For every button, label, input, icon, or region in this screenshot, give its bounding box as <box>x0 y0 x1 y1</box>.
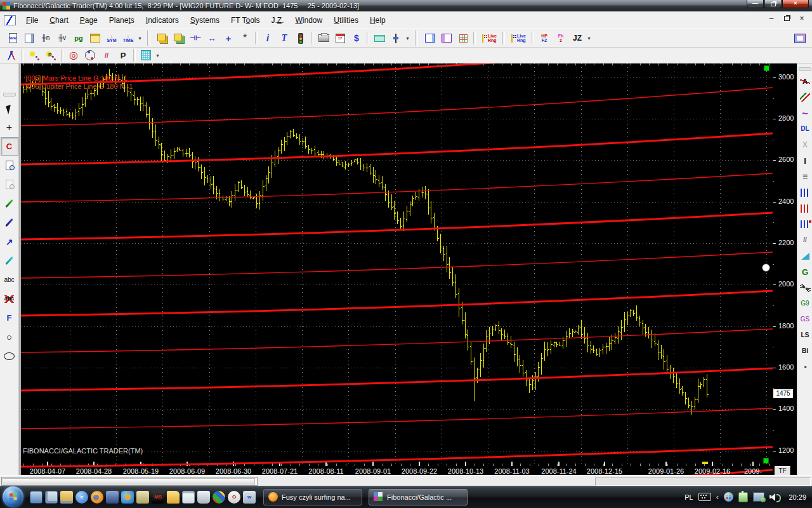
start-button[interactable] <box>3 486 23 507</box>
pg-button[interactable]: pg <box>70 30 87 46</box>
zoom-page-tool[interactable] <box>1 156 18 175</box>
quote-window-button[interactable] <box>87 30 103 46</box>
aspect-lines-button[interactable]: // <box>98 48 115 64</box>
quicklaunch-mail[interactable] <box>136 491 149 504</box>
fhz-button[interactable]: Fhz <box>553 30 569 46</box>
jz-dropdown[interactable]: ▾ <box>586 36 593 41</box>
close-button[interactable]: × <box>782 0 809 8</box>
quicklaunch-firefox[interactable] <box>91 491 103 504</box>
taskbar-button-firefox[interactable]: Fusy czyli surfing na... <box>263 489 362 505</box>
p-marker-button[interactable]: P <box>115 48 131 64</box>
menu-chart[interactable]: Chart <box>44 13 74 27</box>
mdi-restore-button[interactable] <box>783 14 790 23</box>
asterisk-button[interactable]: * <box>237 30 253 46</box>
scale-dropdown[interactable]: ▾ <box>404 36 411 41</box>
expand-scale-button[interactable]: ↔ <box>204 30 220 46</box>
quicklaunch-winamp[interactable]: w <box>243 491 256 504</box>
quicklaunch-internet-explorer[interactable]: e <box>75 491 88 504</box>
text-delete-tool[interactable]: abc <box>1 290 18 308</box>
quicklaunch-folder[interactable] <box>167 491 180 504</box>
fibonacci-tool[interactable]: F <box>1 309 18 327</box>
trendline-blue-tool[interactable] <box>1 213 18 232</box>
gs-tool[interactable]: GS <box>797 312 812 327</box>
time-button[interactable]: ↓TIME <box>120 30 136 46</box>
text-abc-tool[interactable]: abc <box>1 271 18 289</box>
quicklaunch-show-desktop[interactable] <box>30 491 43 504</box>
retrograde-button[interactable]: R. <box>43 48 59 64</box>
arrow-line-tool[interactable]: ↗ <box>1 232 18 251</box>
range-handle-bottom[interactable] <box>763 458 769 464</box>
i-channel-tool[interactable]: I <box>797 153 812 168</box>
compress-scale-button[interactable]: ⊣⊢ <box>187 30 204 46</box>
g9-tool[interactable]: G9 <box>797 296 812 311</box>
quicklaunch-notepad[interactable] <box>182 491 195 504</box>
open-page-button[interactable] <box>21 30 37 46</box>
ls-tool[interactable]: LS <box>797 328 812 343</box>
new-page-button[interactable]: NEW <box>4 30 21 46</box>
restore-button[interactable] <box>764 0 782 8</box>
text-note-button[interactable]: T <box>276 30 292 46</box>
chart-canvas[interactable] <box>21 64 773 475</box>
cascade-windows-button[interactable] <box>154 30 171 46</box>
vlines-blue-tool[interactable] <box>797 185 812 200</box>
quicklaunch-opera[interactable]: O <box>228 491 240 504</box>
volume-icon[interactable] <box>769 493 780 501</box>
crosshair-tool[interactable]: + <box>1 118 18 137</box>
page-dropdown[interactable]: ▾ <box>136 36 143 41</box>
menu-jz[interactable]: J.Z. <box>265 13 289 27</box>
mdi-minimize-button[interactable]: – <box>768 14 775 23</box>
planet-circle-button[interactable] <box>82 48 98 64</box>
menu-planets[interactable]: Planets <box>103 13 140 27</box>
grid-dots-button[interactable] <box>455 30 471 46</box>
horizontal-scrollbar[interactable] <box>1 477 258 486</box>
pitchfork-tool[interactable] <box>797 248 812 264</box>
trendline-green-tool[interactable] <box>1 194 18 213</box>
ruler-button[interactable] <box>371 30 388 46</box>
chart-area[interactable]: [005] Mars Price Line G 180 N -1[006] Ju… <box>21 64 773 475</box>
tile-windows-alt-button[interactable] <box>438 30 455 46</box>
histogram-tool[interactable] <box>797 217 812 232</box>
menu-utilities[interactable]: Utilities <box>328 13 364 27</box>
mdi-close-button[interactable]: × <box>798 14 806 23</box>
grid-pattern-button[interactable] <box>138 48 154 64</box>
taskbar-button-fibonacci[interactable]: Fibonacci/Galactic ... <box>369 489 468 505</box>
menu-indicators[interactable]: Indicators <box>140 13 185 27</box>
mini-chart-button[interactable] <box>792 30 808 46</box>
sun-planet-button[interactable] <box>26 48 43 64</box>
parallel-lines-tool[interactable]: // <box>797 232 812 248</box>
traffic-light-button[interactable] <box>292 30 309 46</box>
power-icon[interactable] <box>738 492 748 502</box>
quicklaunch-media-player[interactable] <box>121 491 134 504</box>
info-pointer-button[interactable]: i <box>259 30 276 46</box>
quicklaunch-graphics-app[interactable] <box>213 491 225 504</box>
dollar-button[interactable]: $ <box>348 30 365 46</box>
quicklaunch-explorer[interactable] <box>60 491 73 504</box>
pencil-cyan-tool[interactable] <box>1 251 18 270</box>
bi-tool[interactable]: Bi <box>797 344 812 359</box>
quicklaunch-window-switcher[interactable] <box>45 491 58 504</box>
draw-dropdown[interactable]: ▾ <box>154 53 161 58</box>
menu-page[interactable]: Page <box>74 13 103 27</box>
menu-systems[interactable]: Systems <box>185 13 225 27</box>
print-button[interactable] <box>315 30 332 46</box>
scrollbar-thumb[interactable] <box>3 478 255 485</box>
pens-tool[interactable] <box>797 90 812 105</box>
tray-clock[interactable]: 20:29 <box>785 493 806 501</box>
tool-strip-handle[interactable] <box>3 93 16 97</box>
live-range-red-button[interactable]: Live Rng <box>478 30 501 46</box>
menu-file[interactable]: File <box>20 13 44 27</box>
intraday-n-button[interactable]: ╫n <box>37 30 54 46</box>
menu-help[interactable]: Help <box>364 13 391 27</box>
timeframe-button[interactable]: TF <box>775 466 790 475</box>
pan-chart-button[interactable]: + <box>220 30 237 46</box>
jz-button[interactable]: JZ <box>569 30 586 46</box>
hp-fz-button[interactable]: HPFZ <box>536 30 553 46</box>
language-indicator[interactable]: PL <box>684 493 693 501</box>
calendar-button[interactable]: 17 <box>332 30 348 46</box>
intraday-v-button[interactable]: ╫v <box>54 30 70 46</box>
network-icon[interactable] <box>753 492 764 502</box>
sym-button[interactable]: ↓SYM <box>103 30 120 46</box>
wave-tool[interactable]: ~ <box>797 105 812 121</box>
price-marker-button[interactable] <box>388 30 404 46</box>
keyboard-icon[interactable] <box>698 493 711 501</box>
